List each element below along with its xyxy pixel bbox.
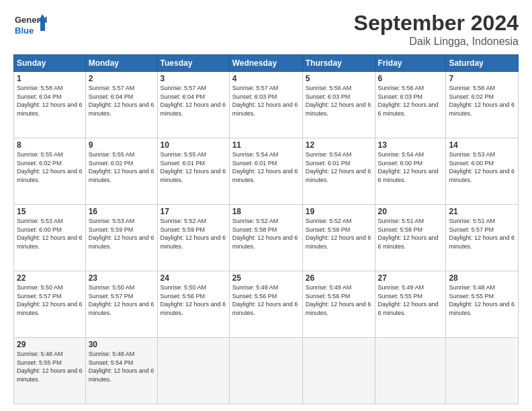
table-cell: 22 Sunrise: 5:50 AMSunset: 5:57 PMDaylig…: [14, 271, 86, 338]
day-info: Sunrise: 5:49 AMSunset: 5:56 PMDaylight:…: [232, 284, 298, 316]
table-cell: 27 Sunrise: 5:49 AMSunset: 5:55 PMDaylig…: [375, 271, 446, 338]
day-number: 23: [89, 273, 154, 283]
day-info: Sunrise: 5:58 AMSunset: 6:04 PMDaylight:…: [17, 85, 83, 117]
table-cell: 28 Sunrise: 5:48 AMSunset: 5:55 PMDaylig…: [446, 271, 519, 338]
table-cell: 8 Sunrise: 5:55 AMSunset: 6:02 PMDayligh…: [14, 138, 86, 205]
table-cell: 18 Sunrise: 5:52 AMSunset: 5:58 PMDaylig…: [229, 205, 302, 271]
day-info: Sunrise: 5:54 AMSunset: 6:00 PMDaylight:…: [378, 151, 439, 183]
title-block: September 2024 Daik Lingga, Indonesia: [354, 11, 519, 48]
day-info: Sunrise: 5:52 AMSunset: 5:58 PMDaylight:…: [306, 218, 371, 250]
day-info: Sunrise: 5:49 AMSunset: 5:56 PMDaylight:…: [306, 284, 371, 316]
table-cell: 1 Sunrise: 5:58 AMSunset: 6:04 PMDayligh…: [14, 72, 86, 138]
day-number: 24: [161, 273, 226, 283]
table-cell: [229, 338, 302, 404]
day-number: 30: [89, 340, 154, 349]
table-cell: 13 Sunrise: 5:54 AMSunset: 6:00 PMDaylig…: [375, 138, 446, 205]
day-info: Sunrise: 5:56 AMSunset: 6:03 PMDaylight:…: [306, 85, 371, 117]
day-number: 11: [232, 140, 300, 150]
day-number: 9: [89, 140, 154, 150]
day-number: 5: [306, 74, 372, 83]
day-info: Sunrise: 5:50 AMSunset: 5:57 PMDaylight:…: [89, 284, 154, 316]
day-info: Sunrise: 5:57 AMSunset: 6:03 PMDaylight:…: [232, 85, 298, 117]
col-friday: Friday: [375, 55, 446, 72]
day-number: 2: [89, 74, 154, 83]
day-info: Sunrise: 5:56 AMSunset: 6:02 PMDaylight:…: [449, 85, 515, 117]
table-cell: 20 Sunrise: 5:51 AMSunset: 5:58 PMDaylig…: [375, 205, 446, 271]
day-info: Sunrise: 5:57 AMSunset: 6:04 PMDaylight:…: [161, 85, 226, 117]
day-number: 6: [378, 74, 443, 83]
table-cell: 5 Sunrise: 5:56 AMSunset: 6:03 PMDayligh…: [302, 72, 375, 138]
day-info: Sunrise: 5:51 AMSunset: 5:58 PMDaylight:…: [378, 218, 439, 250]
table-cell: [446, 338, 519, 404]
table-cell: 26 Sunrise: 5:49 AMSunset: 5:56 PMDaylig…: [302, 271, 375, 338]
day-number: 22: [17, 273, 83, 283]
day-number: 25: [232, 273, 300, 283]
table-cell: 6 Sunrise: 5:56 AMSunset: 6:03 PMDayligh…: [375, 72, 446, 138]
col-thursday: Thursday: [302, 55, 375, 72]
day-info: Sunrise: 5:52 AMSunset: 5:59 PMDaylight:…: [161, 218, 226, 250]
table-cell: 11 Sunrise: 5:54 AMSunset: 6:01 PMDaylig…: [229, 138, 302, 205]
day-number: 7: [449, 74, 515, 83]
day-info: Sunrise: 5:55 AMSunset: 6:02 PMDaylight:…: [17, 151, 83, 183]
table-cell: 3 Sunrise: 5:57 AMSunset: 6:04 PMDayligh…: [157, 72, 229, 138]
table-cell: 16 Sunrise: 5:53 AMSunset: 5:59 PMDaylig…: [85, 205, 157, 271]
calendar-row: 1 Sunrise: 5:58 AMSunset: 6:04 PMDayligh…: [14, 72, 519, 138]
day-info: Sunrise: 5:54 AMSunset: 6:01 PMDaylight:…: [232, 151, 298, 183]
table-cell: 10 Sunrise: 5:55 AMSunset: 6:01 PMDaylig…: [157, 138, 229, 205]
day-info: Sunrise: 5:48 AMSunset: 5:55 PMDaylight:…: [449, 284, 515, 316]
page: General Blue September 2024 Daik Lingga,…: [0, 0, 532, 411]
day-info: Sunrise: 5:48 AMSunset: 5:55 PMDaylight:…: [17, 351, 83, 383]
day-number: 20: [378, 207, 443, 216]
table-cell: 21 Sunrise: 5:51 AMSunset: 5:57 PMDaylig…: [446, 205, 519, 271]
day-number: 16: [89, 207, 154, 216]
calendar-row: 22 Sunrise: 5:50 AMSunset: 5:57 PMDaylig…: [14, 271, 519, 338]
logo-svg: General Blue: [13, 11, 47, 38]
day-number: 3: [161, 74, 226, 83]
table-cell: 24 Sunrise: 5:50 AMSunset: 5:56 PMDaylig…: [157, 271, 229, 338]
table-cell: 25 Sunrise: 5:49 AMSunset: 5:56 PMDaylig…: [229, 271, 302, 338]
table-cell: 12 Sunrise: 5:54 AMSunset: 6:01 PMDaylig…: [302, 138, 375, 205]
calendar-row: 29 Sunrise: 5:48 AMSunset: 5:55 PMDaylig…: [14, 338, 519, 404]
table-cell: 7 Sunrise: 5:56 AMSunset: 6:02 PMDayligh…: [446, 72, 519, 138]
col-saturday: Saturday: [446, 55, 519, 72]
table-cell: 14 Sunrise: 5:53 AMSunset: 6:00 PMDaylig…: [446, 138, 519, 205]
day-info: Sunrise: 5:52 AMSunset: 5:58 PMDaylight:…: [232, 218, 298, 250]
table-cell: 17 Sunrise: 5:52 AMSunset: 5:59 PMDaylig…: [157, 205, 229, 271]
calendar-body: 1 Sunrise: 5:58 AMSunset: 6:04 PMDayligh…: [14, 72, 519, 404]
svg-text:Blue: Blue: [15, 26, 34, 36]
table-cell: 4 Sunrise: 5:57 AMSunset: 6:03 PMDayligh…: [229, 72, 302, 138]
day-number: 13: [378, 140, 443, 150]
day-number: 27: [378, 273, 443, 283]
day-info: Sunrise: 5:56 AMSunset: 6:03 PMDaylight:…: [378, 85, 439, 117]
day-info: Sunrise: 5:48 AMSunset: 5:54 PMDaylight:…: [89, 351, 154, 383]
day-number: 19: [306, 207, 372, 216]
table-cell: [157, 338, 229, 404]
day-info: Sunrise: 5:57 AMSunset: 6:04 PMDaylight:…: [89, 85, 154, 117]
day-info: Sunrise: 5:50 AMSunset: 5:57 PMDaylight:…: [17, 284, 83, 316]
day-number: 29: [17, 340, 83, 349]
day-number: 1: [17, 74, 83, 83]
table-cell: 19 Sunrise: 5:52 AMSunset: 5:58 PMDaylig…: [302, 205, 375, 271]
table-cell: 30 Sunrise: 5:48 AMSunset: 5:54 PMDaylig…: [85, 338, 157, 404]
header: General Blue September 2024 Daik Lingga,…: [13, 11, 519, 48]
col-monday: Monday: [85, 55, 157, 72]
day-number: 15: [17, 207, 83, 216]
col-tuesday: Tuesday: [157, 55, 229, 72]
day-info: Sunrise: 5:50 AMSunset: 5:56 PMDaylight:…: [161, 284, 226, 316]
day-info: Sunrise: 5:51 AMSunset: 5:57 PMDaylight:…: [449, 218, 515, 250]
day-info: Sunrise: 5:53 AMSunset: 6:00 PMDaylight:…: [449, 151, 515, 183]
day-info: Sunrise: 5:55 AMSunset: 6:01 PMDaylight:…: [161, 151, 226, 183]
day-number: 4: [232, 74, 300, 83]
calendar-row: 8 Sunrise: 5:55 AMSunset: 6:02 PMDayligh…: [14, 138, 519, 205]
calendar-table: Sunday Monday Tuesday Wednesday Thursday…: [13, 54, 519, 404]
table-cell: 9 Sunrise: 5:55 AMSunset: 6:02 PMDayligh…: [85, 138, 157, 205]
table-cell: 2 Sunrise: 5:57 AMSunset: 6:04 PMDayligh…: [85, 72, 157, 138]
day-number: 12: [306, 140, 372, 150]
table-cell: 15 Sunrise: 5:53 AMSunset: 6:00 PMDaylig…: [14, 205, 86, 271]
table-cell: 23 Sunrise: 5:50 AMSunset: 5:57 PMDaylig…: [85, 271, 157, 338]
table-cell: 29 Sunrise: 5:48 AMSunset: 5:55 PMDaylig…: [14, 338, 86, 404]
day-number: 21: [449, 207, 515, 216]
month-title: September 2024: [354, 11, 519, 36]
logo: General Blue: [13, 11, 47, 38]
day-info: Sunrise: 5:55 AMSunset: 6:02 PMDaylight:…: [89, 151, 154, 183]
